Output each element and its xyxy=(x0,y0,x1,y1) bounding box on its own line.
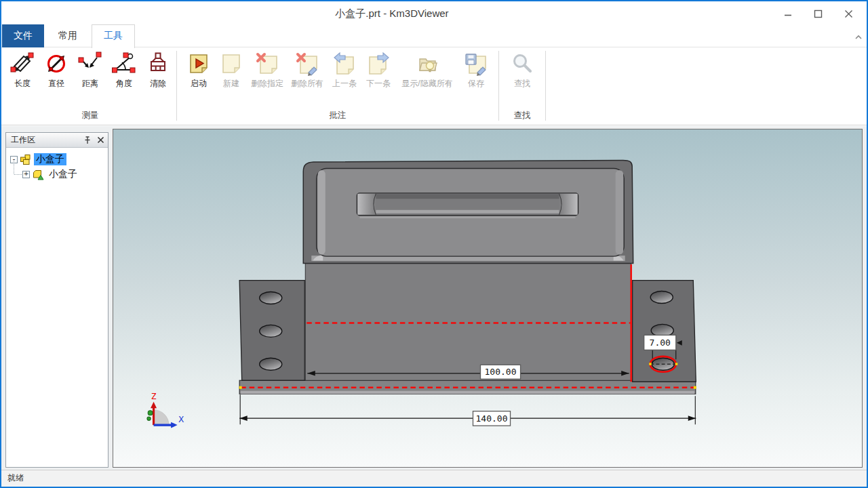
annotation-start-icon xyxy=(186,52,211,76)
length-button[interactable]: 长度 xyxy=(5,49,39,89)
workspace-panel: 工作区 - 小盒子 xyxy=(5,132,108,468)
maximize-icon xyxy=(814,9,823,18)
dimension-140-label: 140.00 xyxy=(476,413,508,424)
minimize-button[interactable] xyxy=(772,3,803,24)
close-icon xyxy=(844,9,853,18)
find-button[interactable]: 查找 xyxy=(505,49,540,89)
clear-icon xyxy=(146,52,170,76)
annotation-delete-selected-icon xyxy=(255,52,279,76)
angle-icon xyxy=(112,52,136,76)
annotation-save-button[interactable]: 保存 xyxy=(459,49,493,89)
dimension-100-label: 100.00 xyxy=(485,367,517,377)
ribbon: 长度 直径 xyxy=(0,47,868,125)
distance-button[interactable]: 距离 xyxy=(73,49,107,89)
annotation-show-hide-all-button[interactable]: 显示/隐藏所有 xyxy=(395,49,459,89)
distance-icon xyxy=(78,52,102,76)
maximize-button[interactable] xyxy=(803,3,833,24)
tree-node-label[interactable]: 小盒子 xyxy=(47,168,79,180)
tab-file[interactable]: 文件 xyxy=(2,24,44,47)
chevron-up-icon xyxy=(854,34,863,41)
ribbon-group-find: 查找 查找 xyxy=(500,47,544,125)
annotation-new-button[interactable]: 新建 xyxy=(215,49,248,89)
annotation-show-hide-all-icon xyxy=(415,52,439,76)
annotation-start-button[interactable]: 启动 xyxy=(182,49,215,89)
tab-home[interactable]: 常用 xyxy=(47,24,89,47)
expander-expand[interactable]: + xyxy=(22,171,30,178)
annotation-delete-all-icon xyxy=(295,52,319,76)
tree-connector xyxy=(14,174,22,175)
workspace-tree: - 小盒子 + 小盒子 xyxy=(6,148,108,182)
viewport-3d[interactable]: 100.00 140.00 7.00 xyxy=(113,129,863,468)
axis-z-label: Z xyxy=(151,391,157,401)
clear-button[interactable]: 清除 xyxy=(141,49,175,89)
ribbon-tab-row: 文件 常用 工具 xyxy=(0,24,868,47)
tree-node-label[interactable]: 小盒子 xyxy=(34,153,66,165)
group-label-annotate: 批注 xyxy=(182,110,493,125)
part-icon xyxy=(32,169,45,180)
group-separator xyxy=(176,51,177,121)
collapse-ribbon-button[interactable] xyxy=(854,31,863,43)
group-label-find: 查找 xyxy=(505,110,540,125)
status-bar: 就绪 xyxy=(1,470,867,487)
title-bar: 小盒子.prt - Km3DViewer xyxy=(0,0,868,24)
diameter-icon xyxy=(44,52,68,76)
angle-button[interactable]: 角度 xyxy=(107,49,141,89)
annotation-previous-icon xyxy=(332,52,357,76)
group-label-measure: 测量 xyxy=(5,110,175,125)
minimize-icon xyxy=(784,9,792,18)
close-button[interactable] xyxy=(833,3,864,24)
group-separator xyxy=(545,51,546,121)
ribbon-group-annotate: 启动 新建 删除指定 xyxy=(178,47,497,125)
tree-node-root[interactable]: - 小盒子 xyxy=(6,152,108,167)
annotation-next-icon xyxy=(366,52,391,76)
group-separator xyxy=(498,51,499,121)
diameter-button[interactable]: 直径 xyxy=(39,49,73,89)
workspace-panel-title: 工作区 xyxy=(11,134,83,146)
status-text: 就绪 xyxy=(7,473,24,483)
annotation-next-button[interactable]: 下一条 xyxy=(361,49,395,89)
viewport-canvas: 100.00 140.00 7.00 xyxy=(113,129,862,467)
annotation-new-icon xyxy=(219,52,243,76)
model-3d[interactable] xyxy=(239,160,696,394)
search-icon xyxy=(510,52,534,76)
annotation-save-icon xyxy=(464,52,488,76)
main-area: 工作区 - 小盒子 xyxy=(1,126,867,470)
annotation-delete-all-button[interactable]: 删除所有 xyxy=(287,49,328,89)
length-icon xyxy=(10,52,35,76)
tab-tools[interactable]: 工具 xyxy=(92,24,135,48)
ribbon-group-measure: 长度 直径 xyxy=(5,47,175,125)
axis-x-label: X xyxy=(178,414,184,424)
tree-connector xyxy=(14,160,14,174)
pin-icon[interactable] xyxy=(83,136,92,144)
dimension-7-label: 7.00 xyxy=(650,338,671,348)
window-title: 小盒子.prt - Km3DViewer xyxy=(0,3,784,24)
assembly-icon xyxy=(20,154,33,165)
annotation-previous-button[interactable]: 上一条 xyxy=(328,49,361,89)
annotation-delete-selected-button[interactable]: 删除指定 xyxy=(248,49,287,89)
workspace-panel-header: 工作区 xyxy=(6,133,108,148)
panel-close-icon[interactable] xyxy=(97,136,104,144)
